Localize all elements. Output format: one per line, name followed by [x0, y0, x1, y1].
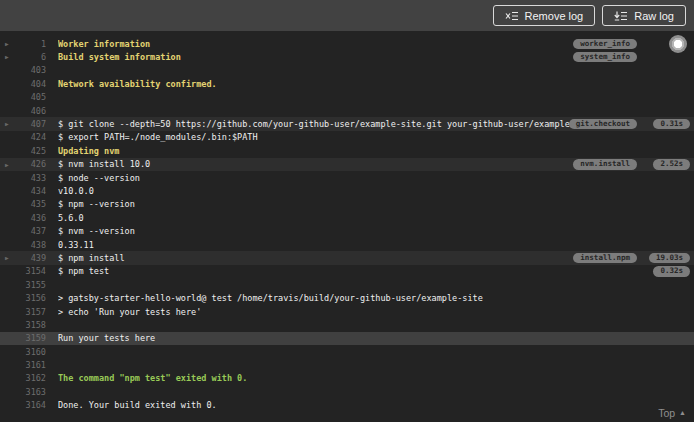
line-number[interactable]: 406 — [14, 106, 46, 116]
log-row: ▶ 3163 — [0, 385, 694, 398]
line-number[interactable]: 407 — [14, 119, 46, 129]
line-number[interactable]: 3160 — [14, 347, 46, 357]
log-row: ▶ 1 Worker information worker_info — [0, 37, 694, 50]
line-number[interactable]: 3162 — [14, 373, 46, 383]
log-row: ▶ 3160 — [0, 345, 694, 358]
log-row: ▶ 426 $ nvm install 10.0 nvm.install 2.5… — [0, 158, 694, 171]
log-row: ▶ 435 $ npm --version — [0, 198, 694, 211]
line-text: Updating nvm — [58, 146, 694, 156]
log-row: ▶ 3161 — [0, 358, 694, 371]
duration-badge: 19.03s — [649, 253, 690, 264]
fold-arrow-icon[interactable]: ▶ — [5, 251, 9, 264]
line-text: Done. Your build exited with 0. — [58, 400, 694, 410]
line-number[interactable]: 3155 — [14, 280, 46, 290]
log-row: ▶ 3156 > gatsby-starter-hello-world@ tes… — [0, 291, 694, 304]
fold-label-badge: git.checkout — [569, 119, 637, 130]
log-toolbar: Remove log Raw log — [0, 0, 694, 31]
line-text: $ export PATH=./node_modules/.bin:$PATH — [58, 132, 694, 142]
line-text: > echo 'Run your tests here' — [58, 307, 694, 317]
log-row: ▶ 436 5.6.0 — [0, 211, 694, 224]
log-row: ▶ 425 Updating nvm — [0, 144, 694, 157]
raw-log-label: Raw log — [634, 10, 674, 22]
chevron-up-icon: ▲ — [679, 408, 686, 418]
line-number[interactable]: 1 — [14, 39, 46, 49]
download-list-icon — [614, 11, 628, 21]
duration-badge: 0.32s — [653, 266, 690, 277]
fold-label-badge: worker_info — [573, 39, 637, 50]
line-number[interactable]: 3161 — [14, 360, 46, 370]
line-number[interactable]: 438 — [14, 240, 46, 250]
fold-arrow-icon[interactable]: ▶ — [5, 37, 9, 50]
line-text: $ node --version — [58, 173, 694, 183]
log-row: ▶ 403 — [0, 64, 694, 77]
log-row: ▶ 424 $ export PATH=./node_modules/.bin:… — [0, 131, 694, 144]
line-number[interactable]: 3157 — [14, 307, 46, 317]
fold-label-badge: install.npm — [573, 253, 637, 264]
line-text: $ npm test — [58, 266, 694, 276]
log-row: ▶ 407 $ git clone --depth=50 https://git… — [0, 117, 694, 130]
line-number[interactable]: 433 — [14, 173, 46, 183]
log-row: ▶ 437 $ nvm --version — [0, 224, 694, 237]
fold-arrow-icon[interactable]: ▶ — [5, 50, 9, 63]
fold-label-badge: system_info — [573, 52, 637, 63]
line-number[interactable]: 3164 — [14, 400, 46, 410]
remove-log-button[interactable]: Remove log — [493, 5, 596, 26]
duration-badge: 0.31s — [653, 119, 690, 130]
line-number[interactable]: 3159 — [14, 333, 46, 343]
line-text: v10.0.0 — [58, 186, 694, 196]
line-text: Network availability confirmed. — [58, 79, 694, 89]
line-number[interactable]: 434 — [14, 186, 46, 196]
line-number[interactable]: 437 — [14, 226, 46, 236]
line-number[interactable]: 426 — [14, 159, 46, 169]
line-number[interactable]: 3156 — [14, 293, 46, 303]
log-row: ▶ 405 — [0, 91, 694, 104]
line-number[interactable]: 436 — [14, 213, 46, 223]
log-row: ▶ 3157 > echo 'Run your tests here' — [0, 305, 694, 318]
fold-label-badge: nvm.install — [573, 159, 637, 170]
log-row: ▶ 438 0.33.11 — [0, 238, 694, 251]
line-text: The command "npm test" exited with 0. — [58, 373, 694, 383]
line-number[interactable]: 439 — [14, 253, 46, 263]
line-number[interactable]: 424 — [14, 132, 46, 142]
top-link-label: Top — [658, 407, 675, 419]
log-row: ▶ 3158 — [0, 318, 694, 331]
log-row: ▶ 3154 $ npm test 0.32s — [0, 265, 694, 278]
log-row: ▶ 404 Network availability confirmed. — [0, 77, 694, 90]
log-row: ▶ 3162 The command "npm test" exited wit… — [0, 372, 694, 385]
line-text: $ npm --version — [58, 199, 694, 209]
line-text: $ nvm --version — [58, 226, 694, 236]
line-number[interactable]: 3158 — [14, 320, 46, 330]
line-text: > gatsby-starter-hello-world@ test /home… — [58, 293, 694, 303]
log-row: ▶ 3164 Done. Your build exited with 0. — [0, 399, 694, 412]
remove-log-label: Remove log — [525, 10, 584, 22]
log-row: ▶ 6 Build system information system_info — [0, 50, 694, 63]
line-number[interactable]: 435 — [14, 199, 46, 209]
log-row: ▶ 433 $ node --version — [0, 171, 694, 184]
line-number[interactable]: 404 — [14, 79, 46, 89]
line-text: 5.6.0 — [58, 213, 694, 223]
line-number[interactable]: 403 — [14, 65, 46, 75]
line-text: 0.33.11 — [58, 240, 694, 250]
x-list-icon — [505, 11, 519, 21]
duration-badge: 2.52s — [653, 159, 690, 170]
log-row: ▶ 406 — [0, 104, 694, 117]
line-number[interactable]: 405 — [14, 92, 46, 102]
log-row: ▶ 439 $ npm install install.npm 19.03s — [0, 251, 694, 264]
line-number[interactable]: 3154 — [14, 266, 46, 276]
log-row: ▶ 3155 — [0, 278, 694, 291]
log-rows: ▶ 1 Worker information worker_info ▶ 6 B… — [0, 37, 694, 412]
follow-log-button[interactable] — [669, 35, 687, 53]
scroll-to-top-link[interactable]: Top ▲ — [658, 407, 686, 419]
build-log: ▶ 1 Worker information worker_info ▶ 6 B… — [0, 31, 694, 422]
line-number[interactable]: 425 — [14, 146, 46, 156]
log-row: ▶ 3159 Run your tests here — [0, 332, 694, 345]
fold-arrow-icon[interactable]: ▶ — [5, 117, 9, 130]
raw-log-button[interactable]: Raw log — [602, 5, 686, 26]
line-text: Run your tests here — [58, 333, 694, 343]
fold-arrow-icon[interactable]: ▶ — [5, 158, 9, 171]
log-row: ▶ 434 v10.0.0 — [0, 184, 694, 197]
line-number[interactable]: 6 — [14, 52, 46, 62]
line-number[interactable]: 3163 — [14, 387, 46, 397]
